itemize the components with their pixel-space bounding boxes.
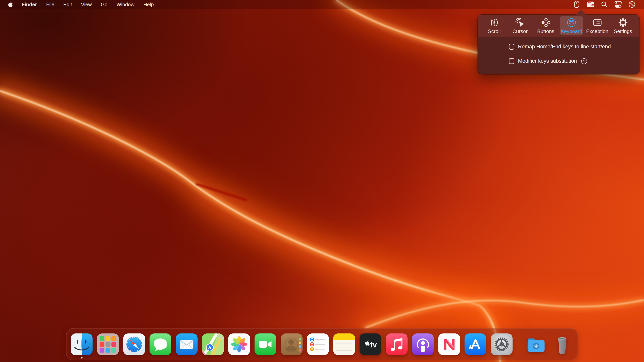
svg-text:tv: tv [370, 341, 377, 349]
menu-bar-status-area: ⌘ [573, 0, 636, 8]
dock-icon-podcasts[interactable] [412, 334, 434, 355]
menu-item-finder[interactable]: Finder [17, 0, 42, 9]
dock-icon-music[interactable] [386, 334, 408, 355]
scroll-wheel-icon [490, 18, 499, 27]
dock-icon-safari[interactable] [123, 334, 145, 355]
apple-icon [8, 1, 14, 8]
dock-icon-messages[interactable] [150, 334, 171, 355]
dock-icon-reminders[interactable] [307, 334, 329, 355]
tab-label: Cursor [512, 29, 528, 34]
dock-icon-app-store[interactable] [464, 334, 486, 355]
option-modifier-substitution[interactable]: Modifier keys substitution ? [509, 58, 611, 64]
popover-options: Remap Home/End keys to line start/end Mo… [509, 43, 611, 64]
svg-text:⌘: ⌘ [591, 3, 594, 7]
mouse-buttons-icon [541, 18, 550, 27]
running-indicator [81, 357, 83, 359]
option-label: Modifier keys substitution [518, 58, 577, 64]
tab-buttons[interactable]: Buttons [534, 16, 558, 35]
cursor-click-icon [515, 18, 524, 27]
spotlight-search-icon[interactable] [600, 0, 608, 8]
tab-cursor[interactable]: Cursor [508, 16, 532, 35]
tab-settings[interactable]: Settings [611, 16, 635, 35]
slash-circle-icon[interactable] [628, 0, 636, 8]
dock-separator [518, 333, 519, 356]
dock-icon-tv[interactable]: tv [360, 334, 381, 355]
mouse-settings-popover: Scroll Cursor [478, 14, 640, 74]
menu-item-file[interactable]: File [42, 0, 59, 9]
dock-icon-maps[interactable] [202, 334, 224, 355]
dock-icon-finder[interactable] [71, 334, 92, 355]
app-window-grid-icon [593, 18, 602, 27]
apple-menu[interactable] [6, 1, 14, 8]
dock-icon-trash[interactable] [552, 334, 573, 355]
tab-label: Scroll [488, 29, 500, 34]
menu-item-go[interactable]: Go [96, 0, 112, 9]
tab-scroll[interactable]: Scroll [482, 16, 506, 35]
tab-label: Settings [614, 29, 632, 34]
command-circle-icon: ⌘ [567, 18, 576, 27]
dock-icon-mail[interactable] [176, 334, 198, 355]
tab-label: Buttons [537, 29, 554, 34]
mouse-icon[interactable] [573, 0, 580, 8]
dock: tv [66, 328, 578, 360]
command-window-icon[interactable]: ⌘ [587, 0, 594, 8]
tab-keyboard[interactable]: ⌘ Keyboard [560, 16, 583, 35]
tab-exception[interactable]: Exception [586, 16, 609, 35]
gear-icon [618, 18, 628, 27]
option-remap-home-end[interactable]: Remap Home/End keys to line start/end [509, 43, 611, 50]
tab-label: Exception [586, 29, 608, 34]
menu-item-view[interactable]: View [76, 0, 96, 9]
dock-icon-facetime[interactable] [254, 334, 276, 355]
dock-icon-system-preferences[interactable] [491, 334, 512, 355]
dock-icon-launchpad[interactable] [97, 334, 119, 355]
checkbox-modifier-substitution[interactable] [509, 58, 514, 64]
dock-icon-downloads-folder[interactable] [525, 334, 547, 355]
option-label: Remap Home/End keys to line start/end [518, 44, 611, 50]
popover-tabs: Scroll Cursor [482, 16, 635, 35]
tab-label: Keyboard [561, 29, 582, 34]
desktop: Finder File Edit View Go Window Help [0, 0, 644, 362]
menu-item-help[interactable]: Help [139, 0, 158, 9]
dock-icon-notes[interactable] [333, 334, 355, 355]
control-center-icon[interactable] [614, 0, 622, 8]
help-icon[interactable]: ? [581, 58, 587, 64]
menu-bar-left: Finder File Edit View Go Window Help [6, 0, 158, 9]
dock-icon-news[interactable] [438, 334, 460, 355]
menu-item-window[interactable]: Window [112, 0, 139, 9]
dock-icon-photos[interactable] [228, 334, 250, 355]
menu-bar: Finder File Edit View Go Window Help [0, 0, 644, 9]
menu-item-edit[interactable]: Edit [59, 0, 76, 9]
checkbox-remap-home-end[interactable] [509, 44, 514, 50]
dock-icon-contacts[interactable] [281, 334, 302, 355]
